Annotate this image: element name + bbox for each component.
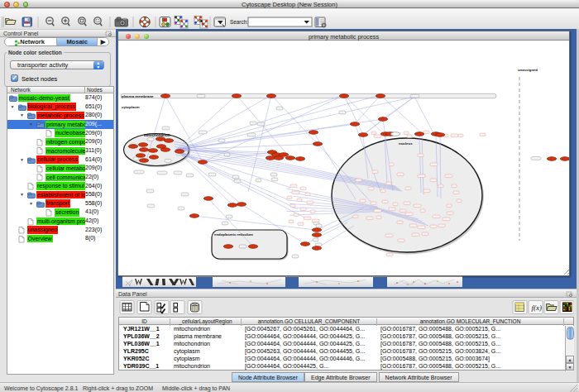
svg-text:unassigned: unassigned [518,68,538,72]
svg-text:cytoplasm: cytoplasm [122,105,140,109]
svg-text:f(x): f(x) [532,304,543,312]
svg-text:endoplasmic reticulum: endoplasmic reticulum [214,232,253,237]
svg-text:nucleus: nucleus [399,141,413,146]
svg-text:plasma membrane: plasma membrane [122,94,154,98]
svg-text:Search:: Search: [230,19,248,25]
svg-text:mitochondrion: mitochondrion [144,133,170,137]
